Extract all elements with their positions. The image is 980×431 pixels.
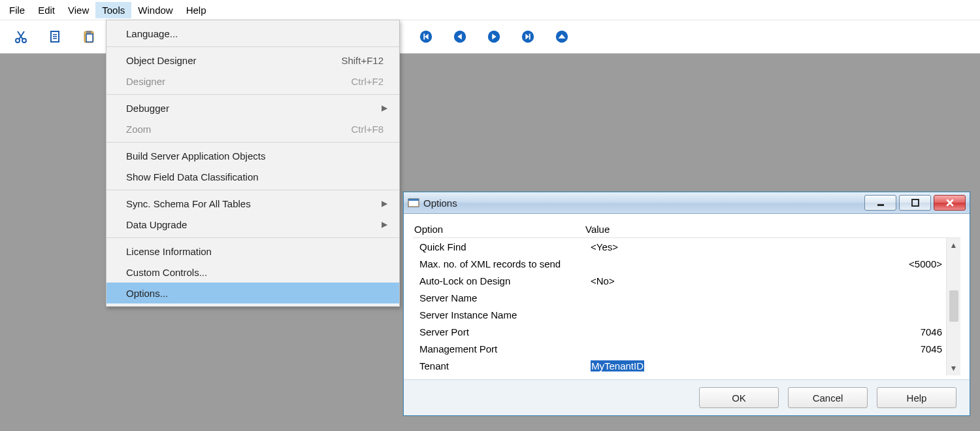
copy-icon[interactable] bbox=[46, 27, 64, 46]
menu-item-label: Object Designer bbox=[126, 55, 341, 66]
menu-item: ZoomCtrl+F8 bbox=[106, 118, 399, 139]
menu-item[interactable]: License Information bbox=[106, 241, 399, 262]
cancel-button[interactable]: Cancel bbox=[788, 387, 868, 408]
grid-header: Option Value bbox=[413, 220, 960, 238]
option-row[interactable]: Management Port7045 bbox=[413, 340, 960, 357]
menu-item-label: Debugger bbox=[126, 103, 378, 114]
option-name: Server Port bbox=[413, 326, 589, 337]
svg-rect-16 bbox=[877, 204, 884, 206]
selected-value: MyTenantID bbox=[591, 360, 644, 371]
option-name: Tenant bbox=[413, 360, 589, 371]
menu-item-label: Build Server Application Objects bbox=[126, 150, 387, 162]
options-grid: Option Value Quick Find<Yes>Max. no. of … bbox=[413, 220, 960, 375]
scroll-down-icon[interactable]: ▼ bbox=[950, 364, 958, 373]
menu-separator bbox=[106, 46, 399, 47]
nav-first-icon[interactable] bbox=[417, 27, 435, 46]
option-value[interactable]: <No> bbox=[589, 275, 960, 286]
nav-last-icon[interactable] bbox=[519, 27, 537, 46]
window-buttons bbox=[864, 195, 966, 211]
menu-item-shortcut: Ctrl+F8 bbox=[351, 124, 384, 135]
menu-item-shortcut: Shift+F12 bbox=[341, 55, 384, 66]
menu-item[interactable]: Object DesignerShift+F12 bbox=[106, 50, 399, 71]
menu-item: DesignerCtrl+F2 bbox=[106, 71, 399, 92]
menu-separator bbox=[106, 94, 399, 95]
option-name: Max. no. of XML records to send bbox=[413, 258, 589, 269]
option-name: Quick Find bbox=[413, 241, 589, 252]
cut-icon[interactable] bbox=[12, 27, 30, 46]
menu-item-label: Sync. Schema For All Tables bbox=[126, 198, 378, 209]
dialog-titlebar[interactable]: Options bbox=[404, 192, 970, 214]
menu-item[interactable]: Language... bbox=[106, 23, 399, 44]
option-value[interactable]: MyTenantID bbox=[589, 360, 960, 371]
nav-up-icon[interactable] bbox=[553, 27, 571, 46]
menu-item-label: Data Upgrade bbox=[126, 219, 378, 230]
dialog-title: Options bbox=[423, 198, 864, 209]
option-row[interactable]: Auto-Lock on Design<No> bbox=[413, 272, 960, 289]
menu-tools[interactable]: Tools bbox=[95, 2, 131, 18]
menu-item[interactable]: Debugger▶ bbox=[106, 97, 399, 118]
column-option[interactable]: Option bbox=[413, 224, 584, 235]
option-name: Auto-Lock on Design bbox=[413, 275, 589, 286]
nav-next-icon[interactable] bbox=[485, 27, 503, 46]
minimize-button[interactable] bbox=[864, 195, 896, 211]
scrollbar[interactable]: ▲ ▼ bbox=[946, 238, 960, 375]
option-row[interactable]: Quick Find<Yes> bbox=[413, 238, 960, 255]
option-value[interactable]: <Yes> bbox=[589, 241, 960, 252]
svg-rect-5 bbox=[53, 38, 57, 39]
svg-rect-7 bbox=[86, 34, 93, 42]
menu-bar: File Edit View Tools Window Help bbox=[0, 0, 980, 20]
menu-item-label: Custom Controls... bbox=[126, 267, 387, 278]
menu-item[interactable]: Data Upgrade▶ bbox=[106, 214, 399, 235]
svg-rect-8 bbox=[86, 31, 91, 33]
menu-item-label: License Information bbox=[126, 246, 387, 257]
menu-separator bbox=[106, 142, 399, 143]
tools-dropdown: Language...Object DesignerShift+F12Desig… bbox=[106, 20, 400, 307]
svg-rect-17 bbox=[912, 199, 919, 206]
option-row[interactable]: Server Name bbox=[413, 289, 960, 306]
menu-window[interactable]: Window bbox=[131, 2, 179, 18]
option-name: Server Instance Name bbox=[413, 309, 589, 320]
nav-prev-icon[interactable] bbox=[451, 27, 469, 46]
maximize-button[interactable] bbox=[899, 195, 931, 211]
menu-item-label: Options... bbox=[126, 288, 387, 299]
paste-icon[interactable] bbox=[80, 27, 98, 46]
menu-help[interactable]: Help bbox=[180, 2, 213, 18]
option-value[interactable]: 7045 bbox=[589, 343, 960, 354]
help-button[interactable]: Help bbox=[877, 387, 956, 408]
menu-item[interactable]: Build Server Application Objects bbox=[106, 145, 399, 166]
scroll-up-icon[interactable]: ▲ bbox=[950, 241, 958, 250]
menu-edit[interactable]: Edit bbox=[31, 2, 61, 18]
menu-item-label: Designer bbox=[126, 76, 351, 87]
menu-item-label: Show Field Data Classification bbox=[126, 171, 387, 182]
option-value[interactable]: <5000> bbox=[589, 258, 960, 269]
option-value[interactable]: 7046 bbox=[589, 326, 960, 337]
menu-item[interactable]: Custom Controls... bbox=[106, 262, 399, 283]
menu-item[interactable]: Show Field Data Classification bbox=[106, 166, 399, 187]
menu-item-label: Language... bbox=[126, 28, 387, 39]
chevron-right-icon: ▶ bbox=[382, 220, 387, 229]
menu-item-label: Zoom bbox=[126, 124, 351, 135]
menu-item[interactable]: Sync. Schema For All Tables▶ bbox=[106, 193, 399, 214]
scroll-thumb[interactable] bbox=[949, 290, 958, 322]
menu-file[interactable]: File bbox=[3, 2, 31, 18]
menu-separator bbox=[106, 237, 399, 238]
options-dialog: Options Option Value Quick Find<Yes>Max.… bbox=[403, 192, 970, 416]
option-row[interactable]: Server Instance Name bbox=[413, 306, 960, 323]
ok-button[interactable]: OK bbox=[699, 387, 779, 408]
column-value[interactable]: Value bbox=[584, 224, 960, 235]
option-row[interactable]: Max. no. of XML records to send<5000> bbox=[413, 255, 960, 272]
dialog-footer: OK Cancel Help bbox=[404, 379, 970, 415]
menu-view[interactable]: View bbox=[61, 2, 95, 18]
chevron-right-icon: ▶ bbox=[382, 103, 387, 112]
option-row[interactable]: TenantMyTenantID bbox=[413, 357, 960, 374]
option-name: Management Port bbox=[413, 343, 589, 354]
close-button[interactable] bbox=[934, 195, 966, 211]
option-row[interactable]: Server Port7046 bbox=[413, 323, 960, 340]
option-name: Server Name bbox=[413, 292, 589, 303]
svg-rect-3 bbox=[53, 34, 57, 35]
menu-separator bbox=[106, 190, 399, 190]
menu-item-shortcut: Ctrl+F2 bbox=[351, 76, 384, 87]
svg-rect-4 bbox=[53, 36, 57, 37]
menu-item[interactable]: Options... bbox=[106, 283, 399, 303]
chevron-right-icon: ▶ bbox=[382, 199, 387, 208]
